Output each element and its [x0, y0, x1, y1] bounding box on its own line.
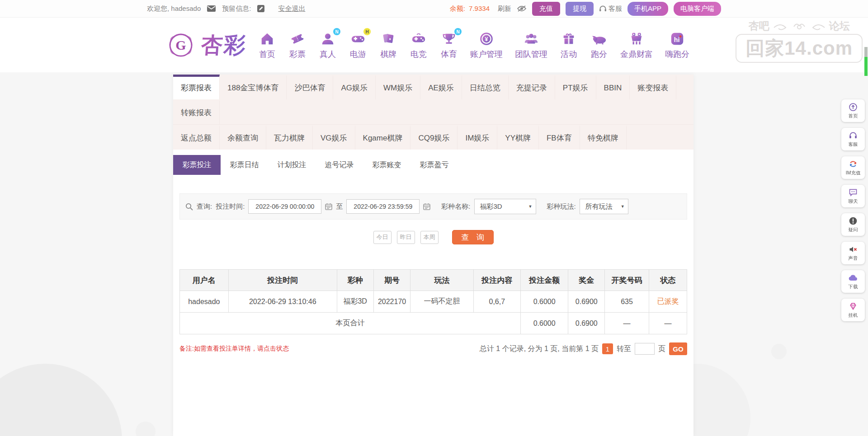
nav-item-team[interactable]: 团队管理 [515, 30, 547, 60]
nav-item-cards[interactable]: ♦ 棋牌 [379, 30, 397, 60]
tab-deposit-records[interactable]: 充提记录 [509, 75, 555, 99]
refresh-link[interactable]: 刷新 [498, 5, 511, 13]
col-lottery: 彩种 [337, 270, 373, 291]
tab-daily-summary[interactable]: 日结总览 [462, 75, 509, 99]
nav-item-hipaofen[interactable]: hi 嗨跑分 [665, 30, 689, 60]
balance-value: 7.9334 [469, 5, 490, 12]
tab-vg[interactable]: VG娱乐 [313, 125, 355, 150]
live-dealer-icon [320, 31, 335, 47]
cell-status[interactable]: 已派奖 [649, 291, 687, 313]
nav-item-promo[interactable]: 活动 [560, 30, 578, 60]
thisweek-button[interactable]: 本周 [420, 231, 439, 244]
tab-kgame[interactable]: Kgame棋牌 [355, 125, 411, 150]
subtab-lottery-daily[interactable]: 彩票日结 [221, 155, 268, 175]
goto-page-input[interactable] [635, 343, 655, 355]
tab-transfer-report[interactable]: 转账报表 [173, 99, 220, 124]
logout-link[interactable]: 安全退出 [278, 5, 305, 13]
logo[interactable]: G 杏彩 [164, 28, 246, 62]
gift-icon [561, 31, 576, 47]
lottery-select[interactable]: 福彩3D ▼ [474, 199, 536, 214]
today-button[interactable]: 今日 [373, 231, 392, 244]
subtab-plan-bets[interactable]: 计划投注 [268, 155, 316, 175]
sidebar-item-chat[interactable]: 聊天 [841, 185, 865, 207]
subtab-lottery-bets[interactable]: 彩票投注 [173, 155, 221, 175]
play-type-select[interactable]: 所有玩法 ▼ [580, 199, 628, 214]
sidebar-item-download[interactable]: 下载 [841, 270, 865, 293]
cell-play: 一码不定胆 [410, 291, 473, 313]
tab-balance-query[interactable]: 余额查询 [220, 125, 266, 150]
esports-icon [411, 31, 426, 47]
search-button[interactable]: 查 询 [452, 230, 494, 244]
nav-item-wealth[interactable]: 金鼎财富 [620, 30, 653, 60]
sidebar-item-im-recharge[interactable]: IM充值 [841, 156, 865, 179]
cell-prize: 0.6900 [568, 291, 605, 313]
mail-icon[interactable] [207, 5, 216, 12]
edit-icon[interactable] [257, 5, 264, 12]
page: 欢迎您, hadesado 预留信息: 安全退出 余额: 7.9334 刷新 [0, 0, 868, 436]
bets-table-wrap: 用户名 投注时间 彩种 期号 玩法 投注内容 投注金额 奖金 开奖号码 状态 [179, 269, 687, 334]
tab-wm[interactable]: WM娱乐 [376, 75, 420, 99]
tab-pt[interactable]: PT娱乐 [555, 75, 596, 99]
tab-saba-sport[interactable]: 沙巴体育 [287, 75, 333, 99]
chat-bubble-icon [849, 188, 858, 197]
service-link[interactable]: 客服 [599, 5, 622, 13]
tab-wali-cards[interactable]: 瓦力棋牌 [266, 125, 313, 150]
nav-item-account[interactable]: ¥ 账户管理 [470, 30, 503, 60]
select-arrow-icon: ▼ [621, 204, 625, 209]
tab-ag[interactable]: AG娱乐 [333, 75, 376, 99]
gamepad-icon [350, 31, 366, 47]
trophy-icon [441, 31, 457, 47]
cell-draw-number: 635 [605, 291, 649, 313]
cell-issue: 2022170 [373, 291, 410, 313]
time-to-input[interactable] [346, 199, 420, 214]
scrollbar-thumb-top[interactable] [864, 47, 868, 57]
tab-im[interactable]: IM娱乐 [458, 125, 497, 150]
tab-rebate-total[interactable]: 返点总额 [173, 125, 220, 150]
tab-account-change[interactable]: 账变报表 [630, 75, 676, 99]
nav-item-lottery[interactable]: 彩票 [288, 30, 307, 60]
subtab-lottery-changes[interactable]: 彩票账变 [363, 155, 410, 175]
nav-item-paofen[interactable]: 跑分 [590, 30, 608, 60]
tab-ae[interactable]: AE娱乐 [420, 75, 462, 99]
subtab-lottery-pl[interactable]: 彩票盈亏 [410, 155, 458, 175]
tab-188sport[interactable]: 188金宝博体育 [220, 75, 287, 99]
tab-yy-cards[interactable]: YY棋牌 [497, 125, 539, 150]
team-icon [524, 31, 539, 47]
sidebar-item-sound[interactable]: 声音 [841, 242, 865, 264]
svg-text:hi: hi [674, 36, 680, 43]
scrollbar-thumb[interactable] [864, 57, 868, 76]
calendar-icon[interactable] [423, 203, 430, 210]
balance-label: 余额: [450, 5, 465, 12]
current-page-badge[interactable]: 1 [602, 343, 613, 354]
tab-fb-sport[interactable]: FB体育 [539, 125, 580, 150]
col-prize: 奖金 [568, 270, 605, 291]
nav-item-home[interactable]: 首页 [258, 30, 276, 60]
nav-item-sports[interactable]: N 体育 [440, 30, 458, 60]
tab-temian-cards[interactable]: 特免棋牌 [580, 125, 627, 150]
go-button[interactable]: GO [669, 342, 687, 355]
yesterday-button[interactable]: 昨日 [397, 231, 415, 244]
sidebar-item-hangup[interactable]: 挂机 [841, 299, 865, 321]
mobile-app-button[interactable]: 手机APP [627, 2, 668, 16]
sidebar-item-home[interactable]: 首页 [841, 99, 865, 122]
withdraw-button[interactable]: 提现 [566, 2, 594, 16]
coin-icon: ¥ [479, 31, 494, 47]
cell-lottery: 福彩3D [337, 291, 373, 313]
pc-client-button[interactable]: 电脑客户端 [674, 2, 721, 16]
calendar-icon[interactable] [325, 203, 332, 210]
content-area: 彩票报表 188金宝博体育 沙巴体育 AG娱乐 WM娱乐 AE娱乐 日结总览 充… [0, 72, 868, 436]
time-from-input[interactable] [248, 199, 321, 214]
sidebar-item-service[interactable]: 客服 [841, 128, 865, 150]
nav-item-live[interactable]: N 真人 [319, 30, 337, 60]
tab-bbin[interactable]: BBIN [596, 75, 630, 99]
col-status: 状态 [649, 270, 687, 291]
tab-cq9[interactable]: CQ9娱乐 [410, 125, 458, 150]
sidebar-item-question[interactable]: 疑问 [841, 213, 865, 236]
nav-item-slots[interactable]: H 电游 [349, 30, 367, 60]
subtab-chase-records[interactable]: 追号记录 [316, 155, 363, 175]
footer-prize-total: 0.6900 [568, 313, 605, 334]
tab-lottery-report[interactable]: 彩票报表 [173, 75, 220, 99]
nav-item-esports[interactable]: 电竞 [410, 30, 428, 60]
recharge-button[interactable]: 充值 [532, 2, 560, 16]
eye-off-icon[interactable] [517, 5, 527, 12]
